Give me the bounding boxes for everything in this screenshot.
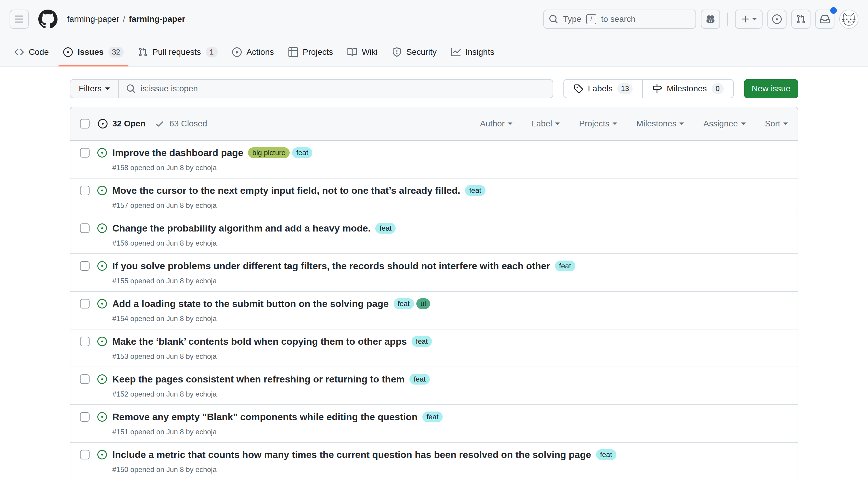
issue-label[interactable]: feat — [422, 412, 443, 422]
issue-labels: feat — [422, 412, 443, 422]
issue-checkbox[interactable] — [80, 337, 90, 346]
github-logo[interactable] — [38, 9, 58, 29]
tab-projects[interactable]: Projects — [284, 38, 338, 66]
create-new-button[interactable] — [735, 9, 763, 29]
issue-meta: #154 opened on Jun 8 by echoja — [112, 313, 430, 324]
issue-checkbox[interactable] — [80, 223, 90, 233]
labels-milestones-group: Labels 13 Milestones 0 — [563, 79, 734, 98]
issue-title[interactable]: If you solve problems under different ta… — [112, 259, 550, 273]
issue-meta: #152 opened on Jun 8 by echoja — [112, 389, 430, 400]
main-content: Filters Labels 13 — [0, 66, 868, 478]
filter-menu-author[interactable]: Author — [480, 119, 513, 128]
issue-opened-icon — [97, 412, 107, 422]
tab-code[interactable]: Code — [9, 38, 54, 66]
tab-pull-requests[interactable]: Pull requests 1 — [133, 38, 222, 66]
issue-checkbox[interactable] — [80, 186, 90, 195]
issue-checkbox[interactable] — [80, 374, 90, 384]
issue-checkbox[interactable] — [80, 148, 90, 158]
issue-row-main: Include a metric that counts how many ti… — [112, 447, 616, 475]
issue-row-main: Change the probability algorithm and add… — [112, 221, 396, 249]
tab-actions[interactable]: Actions — [227, 38, 279, 66]
issue-label[interactable]: feat — [465, 185, 486, 196]
issue-meta: #155 opened on Jun 8 by echoja — [112, 276, 576, 286]
issue-title[interactable]: Add a loading state to the submit button… — [112, 296, 389, 311]
search-icon — [126, 84, 136, 93]
issue-title[interactable]: Make the ‘blank’ contents bold when copy… — [112, 334, 407, 349]
filters-label: Filters — [79, 84, 101, 93]
breadcrumb-repo[interactable]: farming-paper — [129, 14, 185, 24]
graph-icon — [451, 47, 461, 57]
chevron-down-icon — [555, 123, 560, 127]
labels-button[interactable]: Labels 13 — [564, 79, 642, 98]
issue-label[interactable]: feat — [596, 449, 616, 460]
filter-menu-label: Sort — [765, 119, 780, 128]
slash-key-hint: / — [586, 14, 596, 24]
issue-label[interactable]: feat — [292, 147, 312, 158]
git-pull-request-icon — [796, 14, 806, 24]
filter-menu-assignee[interactable]: Assignee — [703, 119, 745, 128]
copilot-button[interactable] — [701, 9, 720, 29]
issue-label[interactable]: feat — [409, 374, 430, 385]
tab-security[interactable]: Security — [387, 38, 441, 66]
issue-opened-icon — [772, 14, 782, 24]
issue-checkbox[interactable] — [80, 299, 90, 309]
hamburger-menu-button[interactable] — [9, 9, 29, 29]
issue-checkbox[interactable] — [80, 261, 90, 271]
issue-opened-icon — [97, 337, 107, 346]
open-issues-toggle[interactable]: 32 Open — [98, 119, 145, 128]
issue-label[interactable]: feat — [411, 336, 432, 347]
plus-icon — [741, 14, 750, 24]
filter-menu-label: Label — [532, 119, 552, 128]
issue-row: If you solve problems under different ta… — [70, 254, 798, 292]
user-avatar[interactable] — [839, 9, 859, 29]
tab-issues[interactable]: Issues 32 — [58, 38, 128, 66]
issue-title[interactable]: Remove any empty "Blank" components whil… — [112, 410, 417, 424]
select-all-checkbox[interactable] — [80, 119, 90, 128]
new-issue-button[interactable]: New issue — [744, 79, 798, 98]
git-pull-request-icon — [138, 47, 148, 57]
issue-row-main: Keep the pages consistent when refreshin… — [112, 372, 430, 400]
issue-title[interactable]: Move the cursor to the next empty input … — [112, 183, 460, 198]
filter-menu-label[interactable]: Label — [532, 119, 560, 128]
your-pull-requests-button[interactable] — [791, 9, 810, 29]
issue-row: Keep the pages consistent when refreshin… — [70, 367, 798, 405]
tab-label: Pull requests — [152, 47, 201, 57]
chevron-down-icon — [105, 88, 110, 92]
your-issues-button[interactable] — [767, 9, 786, 29]
issue-checkbox[interactable] — [80, 450, 90, 459]
issue-meta: #153 opened on Jun 8 by echoja — [112, 351, 432, 362]
issue-label[interactable]: feat — [375, 223, 396, 233]
issue-checkbox[interactable] — [80, 412, 90, 422]
breadcrumb-owner[interactable]: farming-paper — [67, 14, 119, 24]
filter-menu-milestones[interactable]: Milestones — [637, 119, 684, 128]
filter-menu-projects[interactable]: Projects — [579, 119, 617, 128]
milestones-count: 0 — [712, 83, 724, 94]
issue-row-main: Remove any empty "Blank" components whil… — [112, 410, 443, 437]
issue-label[interactable]: feat — [555, 261, 576, 272]
issue-opened-icon — [97, 261, 107, 271]
issue-meta: #157 opened on Jun 8 by echoja — [112, 200, 486, 211]
tab-insights[interactable]: Insights — [446, 38, 499, 66]
issue-label[interactable]: feat — [394, 298, 414, 309]
issue-title[interactable]: Change the probability algorithm and add… — [112, 221, 371, 235]
issue-label[interactable]: ui — [416, 298, 430, 309]
milestones-button[interactable]: Milestones 0 — [642, 79, 733, 98]
search-placeholder-suffix: to search — [601, 14, 636, 24]
issue-opened-icon — [97, 223, 107, 233]
filter-menu-sort[interactable]: Sort — [765, 119, 788, 128]
closed-issues-toggle[interactable]: 63 Closed — [155, 119, 207, 128]
issue-opened-icon — [97, 374, 107, 384]
issue-title[interactable]: Improve the dashboard page — [112, 146, 243, 160]
issue-row-main: If you solve problems under different ta… — [112, 259, 576, 286]
issue-title[interactable]: Include a metric that counts how many ti… — [112, 447, 591, 462]
issues-toolbar: Filters Labels 13 — [70, 79, 798, 98]
issues-search-input[interactable] — [141, 84, 546, 93]
issue-title[interactable]: Keep the pages consistent when refreshin… — [112, 372, 405, 386]
issue-labels: big picturefeat — [248, 147, 312, 158]
tab-label: Issues — [78, 47, 104, 57]
tab-wiki[interactable]: Wiki — [343, 38, 382, 66]
issue-label[interactable]: big picture — [248, 147, 290, 158]
global-search-input[interactable]: Type / to search — [543, 9, 696, 29]
filters-dropdown-button[interactable]: Filters — [70, 79, 119, 98]
shield-icon — [392, 47, 402, 57]
